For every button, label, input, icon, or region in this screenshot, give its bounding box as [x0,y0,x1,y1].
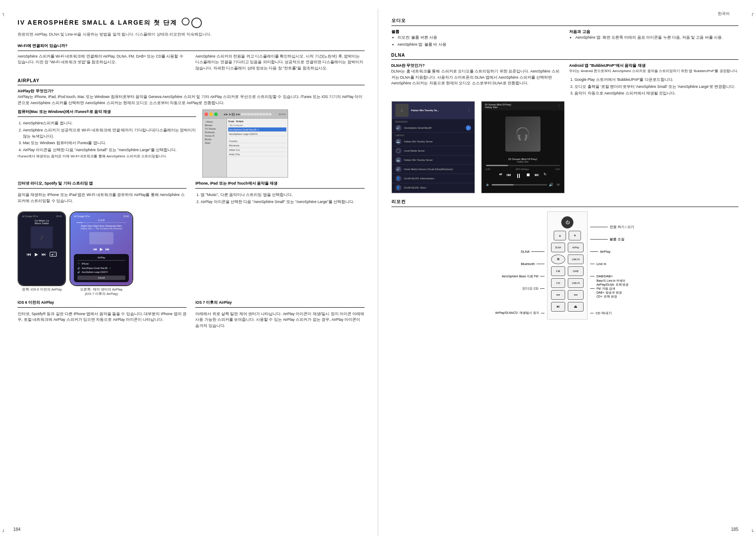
player-menu-icon: ⋮ [557,104,561,108]
eject-button[interactable]: ⏏ [568,302,584,312]
dlna-button[interactable]: DLNA [551,243,565,252]
play-connector [541,313,544,313]
audio-title: 오디오 [391,18,739,24]
eject-connector [590,313,594,313]
dlna-local-server: 📱 Local Media Server [392,146,475,156]
volume-title: 볼륨 [391,29,561,35]
check-icon: ✓ [109,266,111,269]
streaming-title: 인터넷 라디오, Spotify 및 기타 스트리밍 앱 [18,181,186,186]
iphone-step-1: 앱 "Music", 다른 음악이나 스트리밍 앱을 선택합니다. [201,192,364,198]
dlna-fabian-server: 💻 Fabian Win Twonky Server [392,137,475,146]
ios6-song: Ce Matin LaMoon Safari [20,219,63,225]
remote-label-cd: 오디오 CD [522,283,544,295]
speaker-icon: 📱 [77,262,80,265]
remote-row-power: ⏻ [561,216,573,229]
ios7-phone: all Orange CH ♥18:46 3 of 26 Right Here … [69,211,133,286]
wifi-right: AeroSphère 스피커의 전원을 켜고 디스플레이를 확인하십시오. 시작… [195,54,364,75]
total-time: -4:40 [555,168,559,171]
fm-connector [540,276,544,276]
ios-descriptions: iOS 6 이전의 AirPlay 인터넷, Spotify® 등과 같은 다른… [18,300,365,333]
page-number-left: 184 [13,527,21,532]
cancel-button[interactable]: Cancel [77,276,125,280]
ios7-caption: 오른쪽: 제어 센터의 AirPlay (iOS 7 이후의 AirPlay) [69,287,133,297]
itunes-movies: Movies [204,124,225,127]
itunes-apps: Apps [204,141,225,145]
airplay-what-text: AirPlay는 iPhone, iPad, iPod touch, Mac 또… [18,94,365,106]
dlna-song-title: Fabian Win Twonky Se... [411,109,439,112]
airplay-button[interactable]: AirPlay [568,243,584,252]
dots-button1[interactable]: ••• [551,290,565,300]
dlna-server-icon2: 📱 [395,148,402,154]
volume-bar [492,184,547,185]
dlna-line [391,59,739,60]
format-label: MP3 192kbps [515,168,529,171]
ios6-desc-title: iOS 6 이전의 AirPlay [18,300,186,305]
right-page: ┌ └ 한국어 오디오 볼륨 리모컨: 볼륨 버튼 사용 AeroSphère … [378,9,756,536]
ios7-song: Right Here Right Now (Redaraka Mix)Fatbo… [72,225,131,230]
treble-bass-list: AeroSphère 앱: 화면 오른쪽 아래의 음표 아이콘을 누른 다음, … [569,35,738,41]
speaker-icon3: 🔊 [77,271,80,273]
power-button[interactable]: ⏻ [561,216,573,229]
linein2-button[interactable]: LINE IN [568,278,584,288]
itunes-toolbar: ◀ ▶ ▶ ▌▌ ▶▶ ⬜⬜⬜⬜⬜⬜⬜⬜⬜⬜ NA-S/1 [203,110,288,119]
player-song-title: 03 Sunset (Bird Of Prey)Fatboy Slim [485,103,511,109]
remote-row-cd-linein2: CD LINE IN [551,278,584,288]
dlna-what-col: DLNA란 무엇인가? DLNA는 홈 네트워크를 통해 스피커로 오디오를 스… [391,63,561,98]
remote-row-dots: ••• ••• [551,290,584,300]
dlna-server-name5: GLAB-SILVIO: Administrator [404,177,435,180]
dab-button[interactable]: DAB [568,266,584,276]
android-step-1: Google Play 스토어에서 'BubbleUPnP'를 다운로드합니다. [574,77,738,83]
dlna-server-icon1: 💻 [395,138,402,145]
fm-button[interactable]: FM [551,266,565,276]
vol-up-button[interactable]: ▲ [554,231,566,240]
itunes-screenshot-col: ◀ ▶ ▶ ▌▌ ▶▶ ⬜⬜⬜⬜⬜⬜⬜⬜⬜⬜ NA-S/1 ♪ Music Mo… [202,109,365,178]
dots-button2[interactable]: ••• [568,290,584,300]
itunes-books: Books [204,138,225,141]
remote-label-base-fm: AeroSphère Base 지원 FM [502,270,544,283]
ios7-play: ▶ [100,247,103,251]
streaming-col: 인터넷 라디오, Spotify 및 기타 스트리밍 앱 음악을 재생하는 iP… [18,181,186,207]
airplay-iphone-item: 📱 한국어 iPhone [77,262,125,266]
remote-rlabel-eject: CD 꺼내기 [590,307,612,320]
itunes-section: 컴퓨터(Mac 또는 Windows)에서 iTunes®로 음악 재생 Aer… [18,109,365,178]
lang-label: 한국어 [718,11,730,17]
corner-mark-bl: ┘ [2,529,5,534]
treble-bass-col: 저음과 고음 AeroSphère 앱: 화면 오른쪽 아래의 음표 아이콘을 … [569,29,738,48]
bluetooth-button[interactable]: ⊕ [551,254,565,264]
itunes-view-toggle: SingleMultiple [228,120,286,123]
iphone-title: iPhone, iPad 또는 iPod Touch에서 음악을 재생 [195,181,364,186]
ios7-album [89,232,113,244]
treble-bass-title: 저음과 고음 [569,29,738,35]
play-pause-button[interactable]: ⏯ [551,302,565,312]
dlna-content: DLNA란 무엇인가? DLNA는 홈 네트워크를 통해 스피커로 오디오를 스… [391,63,739,98]
itunes-steps: AeroSphère스피커를 켭니다. AeroSphère 스피커가 성공적으… [18,120,196,153]
wifi-title: Wi-Fi에 연결되어 있습니까? [18,43,365,49]
dlna-app-screenshot: ♪ Fabian Win Twonky Se... ⋮ RENDERER 🔊 A… [391,101,475,193]
remote-row-vol: ▲ ▼ [554,231,581,240]
dlna-genie-server: 🔊 Genie Media Servers (GLab-Silvio(Windo… [392,165,475,174]
vol-down-button[interactable]: ▼ [569,231,581,240]
ios6-status: all Orange CH ♥18:40 [20,214,63,218]
streaming-iphone-cols: 인터넷 라디오, Spotify 및 기타 스트리밍 앱 음악을 재생하는 iP… [18,181,365,207]
itunes-minimize [209,113,213,116]
wifi-underline [18,51,365,51]
cd-connector [540,288,544,289]
remote-line [391,207,739,207]
dlna-fabian-twonky: 💻 Fabian Win Twonky Server [392,156,475,165]
ios7-page-num: 3 of 26 [72,219,131,222]
linein-button[interactable]: LINE IN [568,254,584,264]
base-linein-connector [590,288,595,289]
airplay-what-title: AirPlay란 무엇인가? [18,89,365,94]
android-step-2: 오디오 출력을 '로컬 렌더러'로부터 'AeroSphère Small' 또… [574,84,738,90]
ios6-desc-text: 인터넷, Spotify® 등과 같은 다른 iPhone 앱에서 음악을 들을… [18,311,186,323]
speaker-icon2: 🔊 [77,267,80,269]
circle-large [191,18,202,28]
iphone-step-2: AirPlay 아이콘을 선택한 다음 "AeroSphère Small" 또… [201,199,364,205]
cd-button[interactable]: CD [551,278,565,288]
ios7-screen: all Orange CH ♥18:46 3 of 26 Right Here … [70,212,132,285]
ios7-prev: ⏮ [93,247,97,251]
itunes-track-info: NA-S/1 [279,113,286,116]
android-col: Android 앱 "BubbleUPnP"에서 음악을 재생 우리는 Andr… [569,63,738,98]
volume-item-1: 리모컨: 볼륨 버튼 사용 [398,35,561,41]
dab-connector [590,276,595,276]
